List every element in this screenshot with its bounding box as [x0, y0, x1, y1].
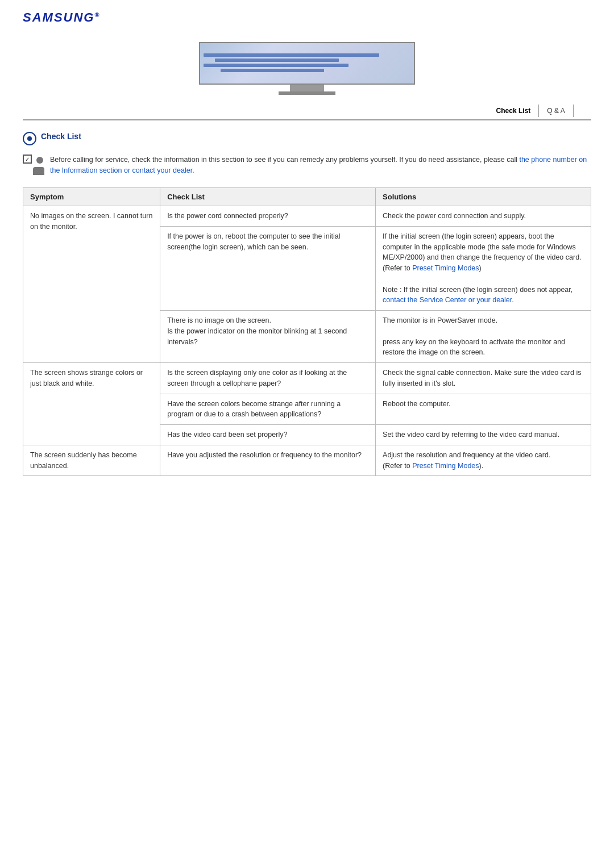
monitor-stand: [290, 85, 324, 91]
solution-cell-2-3: Set the video card by referring to the v…: [376, 425, 591, 445]
service-center-link[interactable]: contact the Service Center or your deale…: [383, 296, 514, 304]
monitor-image: [188, 42, 426, 99]
solution-cell-2-1: Check the signal cable connection. Make …: [376, 363, 591, 394]
table-row: The screen shows strange colors or just …: [23, 363, 591, 394]
tab-qa[interactable]: Q & A: [539, 105, 573, 117]
solution-cell-2-2: Reboot the computer.: [376, 394, 591, 425]
check-cell-1-1: Is the power cord connected properly?: [160, 206, 376, 227]
solution-cell-1-2: If the initial screen (the login screen)…: [376, 226, 591, 310]
intro-block: ✓ Before calling for service, check the …: [23, 155, 591, 176]
intro-icon: ✓: [23, 155, 44, 176]
monitor-base: [279, 91, 335, 95]
col-solutions: Solutions: [376, 188, 591, 206]
section-dot: [27, 136, 32, 141]
checkmark-icon: ✓: [23, 155, 32, 164]
table-row: No images on the screen. I cannot turn o…: [23, 206, 591, 227]
preset-timing-link-1[interactable]: Preset Timing Modes: [412, 264, 479, 272]
check-cell-2-1: Is the screen displaying only one color …: [160, 363, 376, 394]
check-cell-2-2: Have the screen colors become strange af…: [160, 394, 376, 425]
preset-timing-link-2[interactable]: Preset Timing Modes: [412, 462, 479, 470]
check-cell-1-2: If the power is on, reboot the computer …: [160, 226, 376, 310]
solution-cell-3-1: Adjust the resolution and frequency at t…: [376, 445, 591, 476]
tab-placeholder: [574, 105, 591, 117]
check-cell-1-3: There is no image on the screen.Is the p…: [160, 311, 376, 363]
person-body-shape: [33, 167, 44, 175]
symptom-cell-1: No images on the screen. I cannot turn o…: [23, 206, 160, 363]
table-row: The screen suddenly has become unbalance…: [23, 445, 591, 476]
monitor-bar-4: [221, 69, 324, 72]
nav-area: [23, 42, 591, 99]
col-symptom: Symptom: [23, 188, 160, 206]
tab-navigation: Check List Q & A: [23, 105, 591, 120]
main-content: Check List ✓ Before calling for service,…: [23, 132, 591, 476]
section-header: Check List: [23, 132, 591, 145]
header: SAMSUNG®: [0, 0, 614, 31]
check-cell-2-3: Has the video card been set properly?: [160, 425, 376, 445]
trademark: ®: [94, 11, 100, 18]
person-head-shape: [36, 157, 43, 164]
check-cell-3-1: Have you adjusted the resolution or freq…: [160, 445, 376, 476]
tab-check-list[interactable]: Check List: [488, 105, 540, 117]
page-wrapper: SAMSUNG® Check List Q & A: [0, 0, 614, 868]
samsung-logo: SAMSUNG®: [23, 10, 591, 25]
section-title: Check List: [41, 132, 81, 141]
solution-cell-1-1: Check the power cord connection and supp…: [376, 206, 591, 227]
col-checklist: Check List: [160, 188, 376, 206]
symptom-cell-2: The screen shows strange colors or just …: [23, 363, 160, 445]
monitor-bar-3: [204, 64, 349, 67]
monitor-bar-2: [215, 59, 339, 62]
monitor-bar-1: [204, 53, 379, 57]
monitor-screen: [199, 42, 415, 85]
table-header-row: Symptom Check List Solutions: [23, 188, 591, 206]
section-icon: [23, 132, 36, 145]
intro-text: Before calling for service, check the in…: [50, 155, 591, 176]
symptom-cell-3: The screen suddenly has become unbalance…: [23, 445, 160, 476]
person-icon: ✓: [23, 155, 44, 176]
checklist-table: Symptom Check List Solutions No images o…: [23, 187, 591, 476]
solution-cell-1-3: The monitor is in PowerSaver mode. press…: [376, 311, 591, 363]
